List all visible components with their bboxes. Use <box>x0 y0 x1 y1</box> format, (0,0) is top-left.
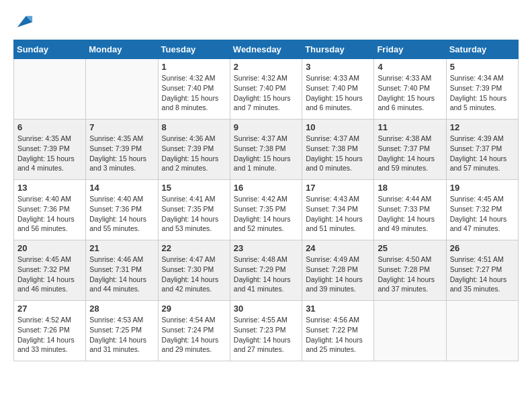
day-cell: 20Sunrise: 4:45 AM Sunset: 7:32 PM Dayli… <box>14 240 86 301</box>
day-info: Sunrise: 4:45 AM Sunset: 7:32 PM Dayligh… <box>17 255 82 294</box>
day-info: Sunrise: 4:56 AM Sunset: 7:22 PM Dayligh… <box>306 315 370 355</box>
day-number: 29 <box>162 304 226 314</box>
day-header-row: SundayMondayTuesdayWednesdayThursdayFrid… <box>14 40 519 59</box>
day-number: 15 <box>162 183 226 193</box>
day-cell: 22Sunrise: 4:47 AM Sunset: 7:30 PM Dayli… <box>158 240 230 301</box>
day-cell: 28Sunrise: 4:53 AM Sunset: 7:25 PM Dayli… <box>86 301 158 361</box>
day-number: 12 <box>450 122 515 132</box>
day-number: 2 <box>234 62 298 72</box>
day-number: 14 <box>89 183 154 193</box>
day-cell: 25Sunrise: 4:50 AM Sunset: 7:28 PM Dayli… <box>374 240 446 301</box>
page-header <box>13 13 519 33</box>
day-number: 27 <box>17 304 82 314</box>
day-cell: 12Sunrise: 4:39 AM Sunset: 7:37 PM Dayli… <box>446 120 518 180</box>
day-number: 8 <box>162 122 226 132</box>
day-number: 5 <box>450 62 515 72</box>
day-cell: 15Sunrise: 4:41 AM Sunset: 7:35 PM Dayli… <box>158 180 230 240</box>
calendar-body: 1Sunrise: 4:32 AM Sunset: 7:40 PM Daylig… <box>14 59 519 361</box>
day-header-thursday: Thursday <box>302 40 374 59</box>
day-cell: 10Sunrise: 4:37 AM Sunset: 7:38 PM Dayli… <box>302 120 374 180</box>
day-cell: 7Sunrise: 4:35 AM Sunset: 7:39 PM Daylig… <box>86 120 158 180</box>
day-info: Sunrise: 4:50 AM Sunset: 7:28 PM Dayligh… <box>378 255 442 294</box>
day-info: Sunrise: 4:41 AM Sunset: 7:35 PM Dayligh… <box>162 194 226 234</box>
day-cell: 30Sunrise: 4:55 AM Sunset: 7:23 PM Dayli… <box>230 301 302 361</box>
day-info: Sunrise: 4:37 AM Sunset: 7:38 PM Dayligh… <box>234 134 298 173</box>
day-cell: 14Sunrise: 4:40 AM Sunset: 7:36 PM Dayli… <box>86 180 158 240</box>
day-number: 7 <box>89 122 154 132</box>
day-number: 11 <box>378 122 442 132</box>
day-cell: 19Sunrise: 4:45 AM Sunset: 7:32 PM Dayli… <box>446 180 518 240</box>
day-cell: 13Sunrise: 4:40 AM Sunset: 7:36 PM Dayli… <box>14 180 86 240</box>
day-number: 26 <box>450 243 515 253</box>
calendar-table: SundayMondayTuesdayWednesdayThursdayFrid… <box>13 40 519 361</box>
day-cell: 17Sunrise: 4:43 AM Sunset: 7:34 PM Dayli… <box>302 180 374 240</box>
day-info: Sunrise: 4:43 AM Sunset: 7:34 PM Dayligh… <box>306 194 370 234</box>
day-cell: 18Sunrise: 4:44 AM Sunset: 7:33 PM Dayli… <box>374 180 446 240</box>
day-number: 23 <box>234 243 298 253</box>
day-cell: 6Sunrise: 4:35 AM Sunset: 7:39 PM Daylig… <box>14 120 86 180</box>
day-info: Sunrise: 4:40 AM Sunset: 7:36 PM Dayligh… <box>17 194 82 234</box>
day-info: Sunrise: 4:48 AM Sunset: 7:29 PM Dayligh… <box>234 255 298 294</box>
day-info: Sunrise: 4:37 AM Sunset: 7:38 PM Dayligh… <box>306 134 370 173</box>
week-row-5: 27Sunrise: 4:52 AM Sunset: 7:26 PM Dayli… <box>14 301 519 361</box>
day-number: 17 <box>306 183 370 193</box>
day-cell: 5Sunrise: 4:34 AM Sunset: 7:39 PM Daylig… <box>446 59 518 120</box>
day-info: Sunrise: 4:53 AM Sunset: 7:25 PM Dayligh… <box>89 315 154 355</box>
day-info: Sunrise: 4:40 AM Sunset: 7:36 PM Dayligh… <box>89 194 154 234</box>
day-cell: 2Sunrise: 4:32 AM Sunset: 7:40 PM Daylig… <box>230 59 302 120</box>
day-cell: 29Sunrise: 4:54 AM Sunset: 7:24 PM Dayli… <box>158 301 230 361</box>
day-number: 20 <box>17 243 82 253</box>
day-info: Sunrise: 4:51 AM Sunset: 7:27 PM Dayligh… <box>450 255 515 294</box>
day-cell: 9Sunrise: 4:37 AM Sunset: 7:38 PM Daylig… <box>230 120 302 180</box>
day-info: Sunrise: 4:33 AM Sunset: 7:40 PM Dayligh… <box>378 73 442 113</box>
day-info: Sunrise: 4:42 AM Sunset: 7:35 PM Dayligh… <box>234 194 298 234</box>
day-number: 18 <box>378 183 442 193</box>
week-row-1: 1Sunrise: 4:32 AM Sunset: 7:40 PM Daylig… <box>14 59 519 120</box>
day-cell: 26Sunrise: 4:51 AM Sunset: 7:27 PM Dayli… <box>446 240 518 301</box>
day-info: Sunrise: 4:35 AM Sunset: 7:39 PM Dayligh… <box>89 134 154 173</box>
day-header-monday: Monday <box>86 40 158 59</box>
day-number: 19 <box>450 183 515 193</box>
day-number: 10 <box>306 122 370 132</box>
day-cell <box>86 59 158 120</box>
day-cell: 16Sunrise: 4:42 AM Sunset: 7:35 PM Dayli… <box>230 180 302 240</box>
week-row-2: 6Sunrise: 4:35 AM Sunset: 7:39 PM Daylig… <box>14 120 519 180</box>
day-header-wednesday: Wednesday <box>230 40 302 59</box>
day-number: 9 <box>234 122 298 132</box>
day-info: Sunrise: 4:33 AM Sunset: 7:40 PM Dayligh… <box>306 73 370 113</box>
day-number: 16 <box>234 183 298 193</box>
day-cell: 8Sunrise: 4:36 AM Sunset: 7:39 PM Daylig… <box>158 120 230 180</box>
day-cell <box>14 59 86 120</box>
day-header-saturday: Saturday <box>446 40 518 59</box>
day-info: Sunrise: 4:32 AM Sunset: 7:40 PM Dayligh… <box>234 73 298 113</box>
day-cell: 3Sunrise: 4:33 AM Sunset: 7:40 PM Daylig… <box>302 59 374 120</box>
calendar-header: SundayMondayTuesdayWednesdayThursdayFrid… <box>14 40 519 59</box>
day-cell: 21Sunrise: 4:46 AM Sunset: 7:31 PM Dayli… <box>86 240 158 301</box>
day-info: Sunrise: 4:39 AM Sunset: 7:37 PM Dayligh… <box>450 134 515 173</box>
day-info: Sunrise: 4:49 AM Sunset: 7:28 PM Dayligh… <box>306 255 370 294</box>
week-row-4: 20Sunrise: 4:45 AM Sunset: 7:32 PM Dayli… <box>14 240 519 301</box>
day-cell <box>374 301 446 361</box>
day-cell: 27Sunrise: 4:52 AM Sunset: 7:26 PM Dayli… <box>14 301 86 361</box>
day-info: Sunrise: 4:35 AM Sunset: 7:39 PM Dayligh… <box>17 134 82 173</box>
day-info: Sunrise: 4:54 AM Sunset: 7:24 PM Dayligh… <box>162 315 226 355</box>
day-header-sunday: Sunday <box>14 40 86 59</box>
day-info: Sunrise: 4:36 AM Sunset: 7:39 PM Dayligh… <box>162 134 226 173</box>
day-cell: 23Sunrise: 4:48 AM Sunset: 7:29 PM Dayli… <box>230 240 302 301</box>
day-number: 4 <box>378 62 442 72</box>
day-info: Sunrise: 4:52 AM Sunset: 7:26 PM Dayligh… <box>17 315 82 355</box>
day-header-tuesday: Tuesday <box>158 40 230 59</box>
day-header-friday: Friday <box>374 40 446 59</box>
day-cell: 1Sunrise: 4:32 AM Sunset: 7:40 PM Daylig… <box>158 59 230 120</box>
day-number: 24 <box>306 243 370 253</box>
day-info: Sunrise: 4:46 AM Sunset: 7:31 PM Dayligh… <box>89 255 154 294</box>
day-info: Sunrise: 4:38 AM Sunset: 7:37 PM Dayligh… <box>378 134 442 173</box>
day-number: 13 <box>17 183 82 193</box>
day-cell: 31Sunrise: 4:56 AM Sunset: 7:22 PM Dayli… <box>302 301 374 361</box>
day-number: 22 <box>162 243 226 253</box>
day-number: 3 <box>306 62 370 72</box>
week-row-3: 13Sunrise: 4:40 AM Sunset: 7:36 PM Dayli… <box>14 180 519 240</box>
day-cell: 4Sunrise: 4:33 AM Sunset: 7:40 PM Daylig… <box>374 59 446 120</box>
logo <box>13 13 34 33</box>
day-number: 6 <box>17 122 82 132</box>
